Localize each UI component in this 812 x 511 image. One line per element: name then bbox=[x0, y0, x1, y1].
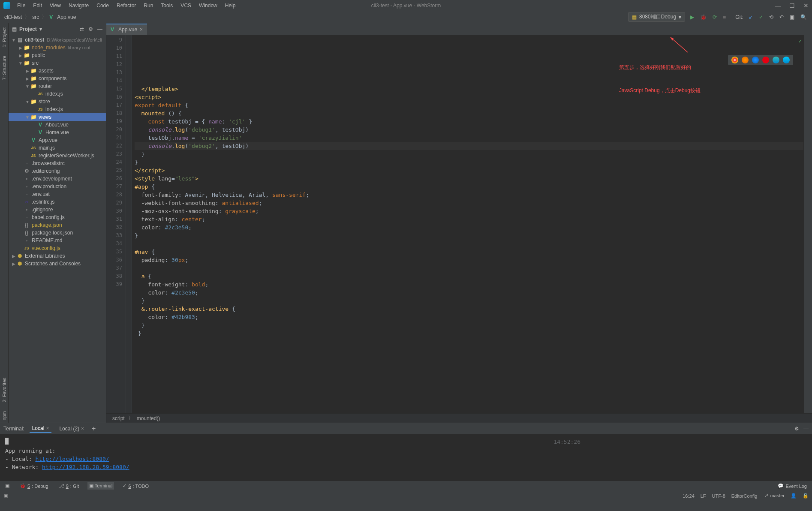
close-icon[interactable]: × bbox=[81, 426, 84, 432]
git-branch-widget[interactable]: ⎇ master bbox=[763, 493, 785, 499]
opera-icon[interactable] bbox=[762, 57, 769, 63]
status-line-sep[interactable]: LF bbox=[701, 493, 706, 499]
editor-tab[interactable]: V App.vue × bbox=[106, 24, 147, 35]
tree-node[interactable]: ▶📁node_moduleslibrary root bbox=[9, 44, 106, 51]
crumb-item[interactable]: script bbox=[112, 415, 125, 421]
tree-root[interactable]: ▼▤cli3-testD:\Workspace\testWork\cli bbox=[9, 36, 106, 44]
tree-node[interactable]: ▫.env.production bbox=[9, 183, 106, 190]
menu-vcs[interactable]: VCS bbox=[177, 1, 195, 10]
run-button[interactable]: ▶ bbox=[689, 13, 695, 21]
menu-help[interactable]: Help bbox=[222, 1, 239, 10]
tree-node[interactable]: ▶📁components bbox=[9, 75, 106, 82]
tree-node[interactable]: ▫README.md bbox=[9, 237, 106, 244]
menu-refactor[interactable]: Refactor bbox=[113, 1, 139, 10]
tree-node[interactable]: ▫.gitignore bbox=[9, 206, 106, 213]
collapse-icon[interactable]: — bbox=[97, 26, 102, 32]
tree-node[interactable]: ▼📁views bbox=[9, 113, 106, 121]
minimize-icon[interactable]: — bbox=[775, 2, 781, 9]
tree-node[interactable]: ▼📁router bbox=[9, 82, 106, 90]
inspection-ok-icon[interactable]: ✓ bbox=[798, 37, 802, 45]
tree-node[interactable]: JSmain.js bbox=[9, 144, 106, 152]
tree-node[interactable]: ▶📁assets bbox=[9, 67, 106, 75]
breadcrumb[interactable]: cli3-test 〉 src 〉 V App.vue bbox=[4, 13, 76, 21]
menu-file[interactable]: File bbox=[14, 1, 29, 10]
structure-tool-button[interactable]: 7: Structure bbox=[2, 53, 7, 83]
crumb-item[interactable]: mounted() bbox=[137, 415, 160, 421]
tree-node[interactable]: JSvue.config.js bbox=[9, 244, 106, 252]
menu-run[interactable]: Run bbox=[140, 1, 156, 10]
tree-node[interactable]: VAbout.vue bbox=[9, 121, 106, 129]
menu-view[interactable]: View bbox=[46, 1, 64, 10]
search-everywhere-icon[interactable]: 🔍 bbox=[800, 13, 808, 21]
ide-settings-icon[interactable]: ▣ bbox=[789, 13, 795, 21]
menu-edit[interactable]: Edit bbox=[30, 1, 45, 10]
settings-icon[interactable]: ⚙ bbox=[88, 26, 93, 32]
tree-node[interactable]: ▫babel.config.js bbox=[9, 213, 106, 221]
terminal-tab[interactable]: Local (2)× bbox=[57, 425, 87, 433]
tree-node[interactable]: ▶⬢Scratches and Consoles bbox=[9, 260, 106, 268]
tree-node[interactable]: ▫.env.development bbox=[9, 175, 106, 183]
tool-git[interactable]: ⎇ 9: Git bbox=[57, 482, 81, 490]
chrome-icon[interactable] bbox=[731, 57, 738, 63]
tree-node[interactable]: ▶📁public bbox=[9, 51, 106, 59]
status-cursor-pos[interactable]: 16:24 bbox=[683, 493, 695, 499]
tree-node[interactable]: JSindex.js bbox=[9, 90, 106, 98]
npm-tool-button[interactable]: npm bbox=[2, 409, 7, 423]
tool-todo[interactable]: ✓ 6: TODO bbox=[121, 482, 150, 490]
tree-node[interactable]: ⚙.editorconfig bbox=[9, 167, 106, 175]
tree-node[interactable]: VApp.vue bbox=[9, 136, 106, 144]
local-url-link[interactable]: http://localhost:8080/ bbox=[35, 456, 109, 462]
status-lock-icon[interactable]: 🔓 bbox=[803, 493, 809, 499]
ie-icon[interactable] bbox=[773, 57, 779, 63]
menu-code[interactable]: Code bbox=[93, 1, 112, 10]
menu-navigate[interactable]: Navigate bbox=[65, 1, 92, 10]
tree-node[interactable]: ▫.browserslistrc bbox=[9, 159, 106, 167]
code-area[interactable]: ✓ 第五步，选择好刚我们配置好的 JavaScript Debug，点击Debu… bbox=[132, 35, 803, 413]
tree-node[interactable]: ▶⬢External Libraries bbox=[9, 252, 106, 260]
status-encoding[interactable]: UTF-8 bbox=[712, 493, 725, 499]
close-tab-icon[interactable]: × bbox=[140, 27, 143, 33]
terminal-settings-icon[interactable]: ⚙ bbox=[794, 426, 799, 432]
line-gutter[interactable]: 9101112131415161718192021222324252627282… bbox=[106, 35, 126, 413]
terminal-tab[interactable]: Local× bbox=[30, 424, 52, 433]
tree-node[interactable]: ▼📁src bbox=[9, 59, 106, 67]
tree-node[interactable]: ▫.env.uat bbox=[9, 190, 106, 198]
run-config-selector[interactable]: ▦ 8080端口Debug ▾ bbox=[628, 12, 685, 22]
project-tree[interactable]: ▼▤cli3-testD:\Workspace\testWork\cli▶📁no… bbox=[9, 35, 106, 423]
breadcrumb-item[interactable]: src bbox=[32, 14, 39, 20]
browser-icons-bar[interactable] bbox=[728, 55, 793, 65]
tree-node[interactable]: {}package.json bbox=[9, 221, 106, 229]
menu-window[interactable]: Window bbox=[195, 1, 221, 10]
git-commit-icon[interactable]: ✓ bbox=[758, 13, 764, 21]
tree-node[interactable]: {}package-lock.json bbox=[9, 229, 106, 237]
tree-node[interactable]: ▼📁store bbox=[9, 98, 106, 105]
tool-quick-access[interactable]: ▣ bbox=[3, 482, 11, 490]
tree-node[interactable]: VHome.vue bbox=[9, 129, 106, 136]
new-terminal-button[interactable]: + bbox=[92, 425, 96, 433]
event-log-button[interactable]: 💬 Event Log bbox=[776, 482, 809, 490]
tree-node[interactable]: ○.eslintrc.js bbox=[9, 198, 106, 206]
close-icon[interactable]: × bbox=[46, 425, 49, 431]
editor-body[interactable]: 9101112131415161718192021222324252627282… bbox=[106, 35, 812, 413]
fold-gutter[interactable] bbox=[126, 35, 132, 413]
safari-icon[interactable] bbox=[752, 57, 759, 63]
breadcrumb-item[interactable]: App.vue bbox=[57, 14, 76, 20]
stop-button[interactable]: ■ bbox=[722, 13, 727, 21]
tool-debug[interactable]: 🐞 5: Debug bbox=[18, 482, 50, 490]
tree-node[interactable]: JSindex.js bbox=[9, 105, 106, 113]
git-history-icon[interactable]: ⟲ bbox=[768, 13, 774, 21]
terminal-hide-icon[interactable]: — bbox=[803, 426, 809, 432]
edge-icon[interactable] bbox=[783, 57, 790, 63]
git-update-icon[interactable]: ↙ bbox=[748, 13, 754, 21]
favorites-tool-button[interactable]: 2: Favorites bbox=[2, 375, 7, 405]
project-tool-button[interactable]: 1: Project bbox=[2, 25, 7, 50]
network-url-link[interactable]: http://192.168.28.59:8080/ bbox=[42, 464, 129, 470]
tree-node[interactable]: JSregisterServiceWorker.js bbox=[9, 152, 106, 159]
terminal-body[interactable]: 14:52:26 App running at: - Local: http:/… bbox=[0, 434, 812, 481]
status-inspect-icon[interactable]: 👤 bbox=[791, 493, 797, 499]
breadcrumb-item[interactable]: cli3-test bbox=[4, 14, 22, 20]
tool-terminal[interactable]: ▣ Terminal bbox=[87, 482, 114, 490]
select-opened-icon[interactable]: ⇄ bbox=[80, 26, 84, 32]
debug-button[interactable]: 🐞 bbox=[699, 13, 707, 21]
close-icon[interactable]: ✕ bbox=[803, 2, 809, 9]
